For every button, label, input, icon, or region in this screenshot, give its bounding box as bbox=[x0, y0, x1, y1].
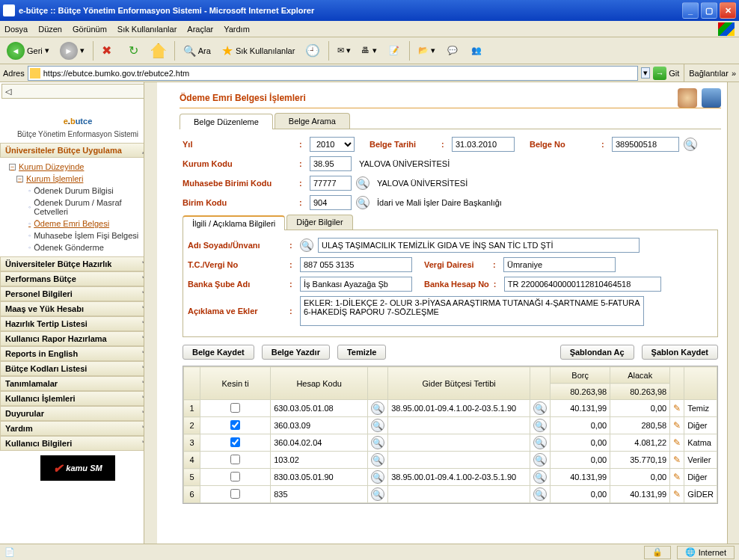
acc-item-10[interactable]: Duyurular︾ bbox=[0, 406, 156, 421]
lookup-gider-icon[interactable]: 🔍 bbox=[533, 436, 547, 449]
address-dropdown[interactable]: ▾ bbox=[641, 67, 650, 79]
input-tarih[interactable] bbox=[452, 137, 515, 152]
menu-file[interactable]: Dosya bbox=[4, 25, 28, 34]
acc-item-9[interactable]: Kullanıcı İşlemleri︾ bbox=[0, 391, 156, 406]
btn-sablon-kaydet[interactable]: Şablon Kaydet bbox=[642, 345, 718, 360]
edit-row-icon[interactable]: ✎ bbox=[673, 472, 681, 482]
table-row[interactable]: 3360.04.02.04🔍🔍0,004.081,22✎Katma bbox=[184, 434, 717, 452]
home-button[interactable] bbox=[147, 40, 170, 61]
row-check[interactable] bbox=[230, 403, 240, 413]
lookup-hesap-icon[interactable]: 🔍 bbox=[371, 419, 384, 432]
col-hesap[interactable]: Hesap Kodu bbox=[271, 367, 368, 400]
minimize-button[interactable]: _ bbox=[682, 2, 699, 19]
tree-kurum-islemleri[interactable]: −Kurum İşlemleri bbox=[3, 173, 156, 185]
edit-row-icon[interactable]: ✎ bbox=[673, 489, 681, 499]
forward-button[interactable]: ► ▾ bbox=[56, 40, 88, 61]
menu-edit[interactable]: Düzen bbox=[38, 25, 62, 34]
btn-temizle[interactable]: Temizle bbox=[337, 345, 387, 360]
acc-item-2[interactable]: Personel Bilgileri︾ bbox=[0, 286, 156, 301]
acc-uygulama[interactable]: Üniversiteler Bütçe Uygulama︽ bbox=[0, 143, 156, 158]
edit-row-icon[interactable]: ✎ bbox=[673, 455, 681, 465]
print-button[interactable]: 🖶 ▾ bbox=[358, 40, 380, 61]
input-tc[interactable] bbox=[300, 257, 412, 272]
links-chevron-icon[interactable]: » bbox=[732, 69, 736, 78]
input-vd[interactable] bbox=[503, 257, 616, 272]
cashreg-icon[interactable] bbox=[702, 88, 721, 108]
search-muhasebe-icon[interactable]: 🔍 bbox=[356, 176, 370, 190]
row-check[interactable] bbox=[230, 489, 240, 499]
messenger-button[interactable]: 👥 bbox=[466, 40, 487, 61]
search-birim-icon[interactable]: 🔍 bbox=[356, 196, 370, 209]
acc-item-0[interactable]: Üniversiteler Bütçe Hazırlık︾ bbox=[0, 256, 156, 271]
edit-row-icon[interactable]: ✎ bbox=[673, 420, 681, 431]
acc-item-11[interactable]: Yardım︾ bbox=[0, 421, 156, 436]
input-kurum[interactable] bbox=[310, 156, 352, 171]
tree-odenek-masraf[interactable]: ◦Ödenek Durum / Masraf Cetvelleri bbox=[3, 197, 156, 218]
table-row[interactable]: 1630.03.05.01.08🔍38.95.00.01-09.4.1.00-2… bbox=[184, 400, 717, 417]
acc-item-6[interactable]: Reports in English︾ bbox=[0, 346, 156, 361]
lookup-gider-icon[interactable]: 🔍 bbox=[533, 419, 547, 432]
lookup-gider-icon[interactable]: 🔍 bbox=[533, 470, 547, 484]
tree-kurum-duzeyinde[interactable]: −Kurum Düzeyinde bbox=[3, 161, 156, 173]
search-adsoyad-icon[interactable]: 🔍 bbox=[300, 239, 313, 252]
history-button[interactable]: 🕘 bbox=[301, 40, 324, 61]
table-row[interactable]: 4103.02🔍🔍0,0035.770,19✎Veriler bbox=[184, 452, 717, 469]
tree-odenek-gonderme[interactable]: ◦Ödenek Gönderme bbox=[3, 241, 156, 253]
btn-yazdir[interactable]: Belge Yazdır bbox=[262, 345, 330, 360]
acc-item-5[interactable]: Kullanıcı Rapor Hazırlama︾ bbox=[0, 331, 156, 346]
col-kesinti[interactable]: Kesin ti bbox=[200, 367, 271, 400]
close-button[interactable]: ✕ bbox=[720, 2, 736, 19]
col-borc[interactable]: Borç bbox=[551, 367, 610, 384]
lookup-hesap-icon[interactable]: 🔍 bbox=[371, 401, 384, 415]
input-birim[interactable] bbox=[310, 195, 352, 210]
input-yil[interactable]: 2010 bbox=[310, 137, 355, 152]
acc-item-1[interactable]: Performans Bütçe︾ bbox=[0, 271, 156, 286]
go-button[interactable]: →Git bbox=[653, 67, 679, 80]
edit-row-icon[interactable]: ✎ bbox=[673, 403, 681, 413]
acc-item-3[interactable]: Maaş ve Yük Hesabı︾ bbox=[0, 301, 156, 316]
acc-item-7[interactable]: Bütçe Kodları Listesi︾ bbox=[0, 361, 156, 376]
lookup-gider-icon[interactable]: 🔍 bbox=[533, 453, 547, 467]
table-row[interactable]: 6835🔍🔍0,0040.131,99✎GİDER bbox=[184, 486, 717, 503]
col-gider[interactable]: Gider Bütçesi Tertibi bbox=[388, 367, 530, 400]
input-muhasebe[interactable] bbox=[310, 176, 352, 191]
lookup-hesap-icon[interactable]: 🔍 bbox=[371, 487, 384, 501]
sidebar-collapse[interactable]: ◁ bbox=[1, 84, 154, 99]
acc-item-4[interactable]: Hazırlık Tertip Listesi︾ bbox=[0, 316, 156, 331]
lookup-hesap-icon[interactable]: 🔍 bbox=[371, 470, 384, 484]
lookup-hesap-icon[interactable]: 🔍 bbox=[371, 453, 384, 467]
col-alacak[interactable]: Alacak bbox=[610, 367, 670, 384]
back-button[interactable]: ◄Geri ▾ bbox=[3, 40, 53, 61]
tree-odenek-durum[interactable]: ◦Ödenek Durum Bilgisi bbox=[3, 185, 156, 197]
folder-button[interactable]: 📂 ▾ bbox=[414, 40, 439, 61]
menu-help[interactable]: Yardım bbox=[224, 25, 250, 34]
lookup-gider-icon[interactable]: 🔍 bbox=[533, 401, 547, 415]
row-check[interactable] bbox=[230, 437, 240, 447]
address-input[interactable] bbox=[28, 66, 638, 81]
input-banka-sube[interactable] bbox=[300, 277, 412, 292]
favorites-button[interactable]: ★Sık Kullanılanlar bbox=[218, 40, 299, 61]
content-scrollbar[interactable] bbox=[727, 82, 739, 544]
tree-odeme-emri[interactable]: ◦Ödeme Emri Belgesi bbox=[3, 218, 156, 230]
maximize-button[interactable]: ▢ bbox=[701, 2, 717, 19]
input-banka-hesap[interactable] bbox=[504, 277, 661, 292]
row-check[interactable] bbox=[230, 472, 240, 481]
sidebar-scrollbar[interactable] bbox=[144, 82, 156, 544]
search-belgeno-icon[interactable]: 🔍 bbox=[684, 138, 697, 151]
mail-button[interactable]: ✉ ▾ bbox=[334, 40, 355, 61]
stop-button[interactable]: ✖ bbox=[98, 40, 120, 61]
edit-row-icon[interactable]: ✎ bbox=[673, 437, 681, 448]
discuss-button[interactable]: 💬 bbox=[442, 40, 463, 61]
input-belgeno[interactable] bbox=[612, 137, 679, 152]
tree-muhasebe-fisi[interactable]: ◦Muhasebe İşlem Fişi Belgesi bbox=[3, 230, 156, 241]
edit-button[interactable]: 📝 bbox=[384, 40, 405, 61]
menu-tools[interactable]: Araçlar bbox=[187, 25, 213, 34]
user-icon[interactable] bbox=[678, 88, 697, 108]
menu-fav[interactable]: Sık Kullanılanlar bbox=[117, 25, 177, 34]
tab-duzenleme[interactable]: Belge Düzenleme bbox=[180, 114, 273, 129]
subtab-diger[interactable]: Diğer Bilgiler bbox=[286, 215, 352, 230]
btn-kaydet[interactable]: Belge Kaydet bbox=[183, 345, 254, 360]
table-row[interactable]: 2360.03.09🔍🔍0,00280,58✎Diğer bbox=[184, 417, 717, 434]
menu-view[interactable]: Görünüm bbox=[73, 25, 107, 34]
row-check[interactable] bbox=[230, 455, 240, 464]
